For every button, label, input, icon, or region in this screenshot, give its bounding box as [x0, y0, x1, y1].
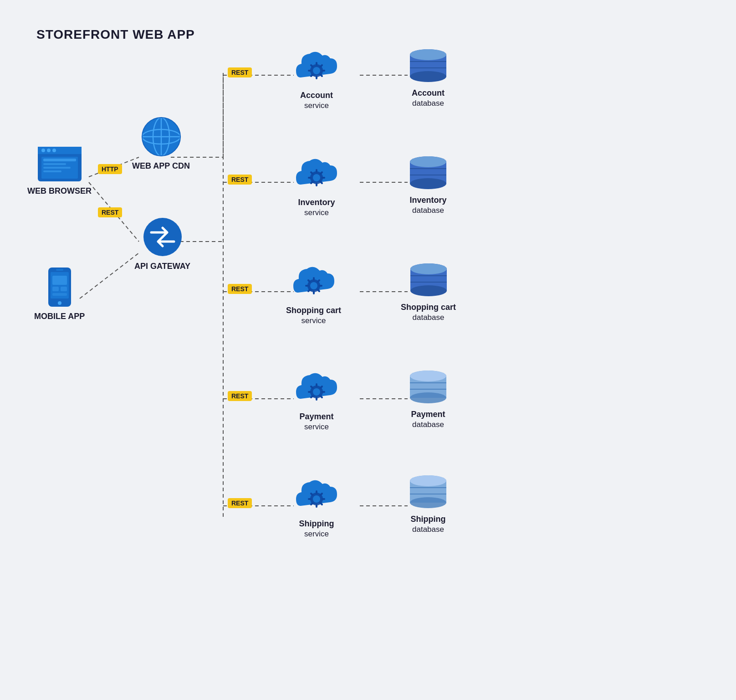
svg-line-2 — [80, 253, 139, 299]
svg-point-119 — [410, 497, 446, 508]
svg-point-22 — [52, 149, 56, 152]
svg-line-50 — [321, 75, 322, 76]
rest-cart-badge: REST — [228, 284, 252, 294]
shopping-cart-service-node: Shopping cart service — [286, 261, 341, 326]
web-app-cdn-label: WEB APP CDN — [132, 161, 190, 171]
payment-db-node: Payment database — [408, 369, 449, 430]
svg-rect-25 — [43, 163, 66, 165]
svg-line-69 — [308, 280, 310, 282]
inventory-service-icon — [291, 153, 342, 194]
rest-payment-badge: REST — [228, 391, 252, 401]
shopping-cart-service-label: Shopping cart service — [286, 305, 341, 326]
svg-line-82 — [311, 396, 312, 397]
svg-line-60 — [321, 182, 322, 183]
shopping-cart-db-icon — [408, 262, 449, 299]
account-db-icon — [408, 48, 449, 84]
svg-point-21 — [47, 149, 51, 152]
svg-rect-34 — [61, 287, 67, 291]
rest-account-badge: REST — [228, 67, 252, 77]
svg-line-91 — [321, 494, 322, 495]
diagram-lines — [0, 0, 736, 700]
svg-point-95 — [410, 71, 446, 82]
svg-point-108 — [410, 263, 447, 274]
web-app-cdn-node: WEB APP CDN — [132, 116, 190, 171]
api-gateway-icon — [142, 216, 183, 257]
svg-line-79 — [311, 386, 312, 388]
svg-point-113 — [410, 392, 446, 403]
svg-point-96 — [410, 49, 446, 60]
svg-line-92 — [311, 503, 312, 504]
svg-rect-26 — [43, 167, 71, 169]
shipping-service-icon — [291, 474, 342, 515]
account-service-label: Account service — [300, 90, 333, 111]
mobile-app-label: MOBILE APP — [34, 311, 85, 322]
shipping-db-node: Shipping database — [408, 474, 449, 535]
shopping-cart-db-node: Shopping cart database — [401, 262, 456, 323]
svg-line-71 — [318, 280, 319, 282]
rest-inventory-badge: REST — [228, 175, 252, 185]
payment-service-node: Payment service — [291, 367, 342, 432]
account-db-label: Account database — [412, 88, 445, 108]
shipping-db-label: Shipping database — [411, 514, 446, 535]
svg-point-114 — [410, 371, 446, 381]
payment-db-icon — [408, 369, 449, 406]
svg-rect-33 — [52, 287, 59, 291]
shipping-db-icon — [408, 474, 449, 510]
svg-line-51 — [321, 65, 322, 67]
svg-line-80 — [321, 396, 322, 397]
payment-db-label: Payment database — [411, 409, 445, 430]
svg-rect-32 — [52, 276, 67, 285]
svg-point-20 — [41, 149, 45, 152]
account-db-node: Account database — [408, 48, 449, 108]
svg-point-44 — [313, 67, 320, 74]
shopping-cart-service-icon — [289, 261, 339, 302]
svg-point-107 — [410, 285, 447, 296]
diagram-container: STOREFRONT WEB APP HTTP — [0, 0, 736, 700]
web-browser-icon — [37, 146, 82, 182]
svg-point-30 — [58, 301, 61, 305]
svg-point-101 — [410, 178, 446, 189]
svg-point-84 — [313, 495, 320, 503]
inventory-db-label: Inventory database — [409, 195, 446, 216]
inventory-db-icon — [408, 155, 449, 191]
svg-line-81 — [321, 386, 322, 388]
inventory-service-node: Inventory service — [291, 153, 342, 218]
shipping-service-node: Shipping service — [291, 474, 342, 539]
svg-line-90 — [321, 503, 322, 504]
http-badge: HTTP — [98, 164, 122, 174]
mobile-app-node: MOBILE APP — [34, 267, 85, 322]
api-gateway-label: API GATEWAY — [134, 261, 190, 272]
svg-line-70 — [318, 290, 319, 291]
svg-point-74 — [313, 388, 320, 396]
globe-icon — [141, 116, 182, 157]
svg-point-120 — [410, 475, 446, 486]
inventory-service-label: Inventory service — [298, 197, 335, 218]
svg-point-64 — [310, 282, 317, 289]
svg-line-72 — [308, 290, 310, 291]
shopping-cart-db-label: Shopping cart database — [401, 302, 456, 323]
rest-shipping-badge: REST — [228, 498, 252, 508]
web-browser-label: WEB BROWSER — [27, 186, 92, 196]
shipping-service-label: Shipping service — [299, 519, 334, 539]
svg-line-52 — [311, 75, 312, 76]
svg-rect-31 — [56, 269, 63, 271]
svg-line-62 — [311, 182, 312, 183]
svg-line-49 — [311, 65, 312, 67]
inventory-db-node: Inventory database — [408, 155, 449, 216]
api-gateway-node: API GATEWAY — [134, 216, 190, 272]
svg-line-89 — [311, 494, 312, 495]
svg-point-54 — [313, 174, 320, 181]
payment-service-label: Payment service — [299, 412, 333, 432]
payment-service-icon — [291, 367, 342, 408]
account-service-node: Account service — [291, 46, 342, 111]
svg-line-59 — [311, 172, 312, 174]
svg-rect-27 — [43, 170, 61, 172]
account-service-icon — [291, 46, 342, 87]
web-browser-node: WEB BROWSER — [27, 146, 92, 196]
svg-line-61 — [321, 172, 322, 174]
page-title: STOREFRONT WEB APP — [36, 27, 700, 42]
svg-rect-24 — [43, 159, 76, 161]
rest-browser-badge: REST — [98, 207, 122, 217]
mobile-icon — [46, 267, 73, 308]
svg-point-102 — [410, 156, 446, 167]
